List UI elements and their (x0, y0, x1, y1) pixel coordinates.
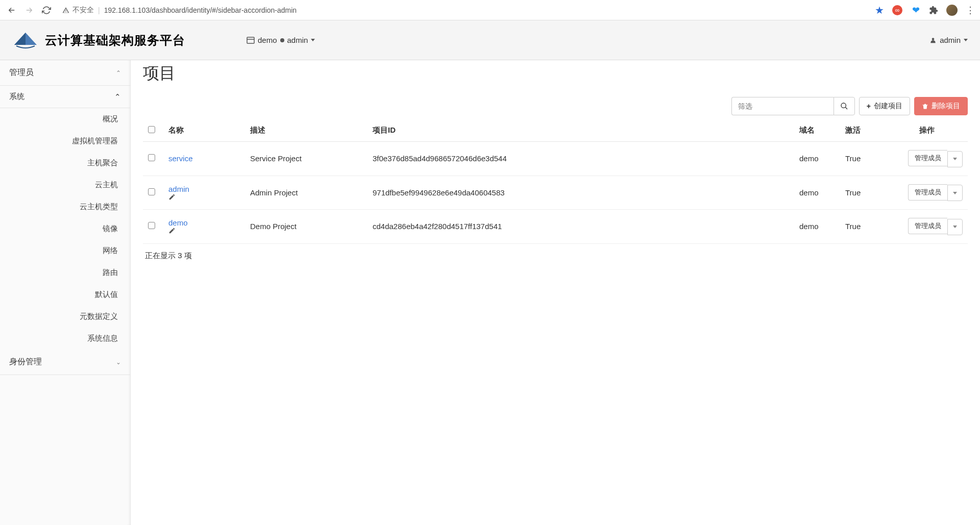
sidebar-section-system[interactable]: 系统 ⌃ (0, 86, 130, 108)
cell-active: True (840, 142, 886, 176)
forward-button[interactable] (23, 5, 35, 16)
sidebar-item[interactable]: 主机聚合 (0, 152, 130, 174)
plus-icon: + (867, 102, 871, 110)
caret-down-icon (953, 226, 957, 228)
chevron-up-icon: ⌃ (114, 92, 121, 102)
sidebar-system-label: 系统 (9, 92, 24, 102)
sidebar-identity-label: 身份管理 (9, 357, 42, 367)
user-icon (929, 37, 937, 44)
sidebar: 管理员 ⌃ 系统 ⌃ 概况虚拟机管理器主机聚合云主机云主机类型镜像网络路由默认值… (0, 60, 131, 525)
user-menu[interactable]: admin (929, 36, 968, 44)
sidebar-item[interactable]: 网络 (0, 240, 130, 262)
main-content: 项目 + 创建项目 删除项目 名称 描述 (131, 60, 980, 525)
row-actions-dropdown[interactable] (947, 151, 963, 167)
logo[interactable]: 云计算基础架构服务平台 (12, 30, 185, 51)
row-checkbox[interactable] (148, 222, 155, 229)
sidebar-section-admin[interactable]: 管理员 ⌃ (0, 60, 130, 86)
svg-point-3 (841, 103, 846, 108)
edit-icon[interactable] (168, 193, 240, 201)
trash-icon (922, 103, 928, 110)
cell-domain: demo (794, 210, 840, 244)
project-icon (247, 37, 255, 44)
extensions-icon[interactable] (929, 6, 938, 15)
create-project-button[interactable]: + 创建项目 (859, 97, 910, 115)
row-actions-dropdown[interactable] (947, 185, 963, 201)
row-actions-dropdown[interactable] (947, 219, 963, 235)
extension-icon-2[interactable]: ❤ (911, 5, 921, 15)
reload-button[interactable] (41, 5, 52, 16)
chevron-up-icon: ⌃ (116, 69, 121, 77)
manage-members-button[interactable]: 管理成员 (908, 150, 947, 166)
sidebar-item[interactable]: 云主机类型 (0, 196, 130, 218)
delete-project-button[interactable]: 删除项目 (914, 97, 968, 115)
sidebar-item[interactable]: 默认值 (0, 284, 130, 306)
delete-label: 删除项目 (932, 102, 960, 111)
extension-icon-1[interactable]: ∞ (892, 5, 902, 15)
app-header: 云计算基础架构服务平台 demo admin admin (0, 20, 980, 60)
col-active[interactable]: 激活 (840, 119, 886, 142)
svg-line-4 (845, 107, 847, 109)
context-project: demo (258, 36, 277, 44)
address-bar[interactable]: 不安全 | 192.168.1.103/dashboard/identity/#… (58, 6, 869, 15)
table-row: admin Admin Project971dfbe5ef9949628e6e4… (143, 176, 968, 210)
filter-input[interactable] (731, 97, 834, 115)
separator-dot (280, 38, 284, 42)
col-domain[interactable]: 域名 (794, 119, 840, 142)
sidebar-section-identity[interactable]: 身份管理 ⌄ (0, 349, 130, 375)
sidebar-item[interactable]: 云主机 (0, 174, 130, 196)
back-button[interactable] (6, 5, 17, 16)
col-desc[interactable]: 描述 (245, 119, 368, 142)
context-switcher[interactable]: demo admin (247, 36, 315, 44)
sidebar-item[interactable]: 系统信息 (0, 328, 130, 349)
row-checkbox[interactable] (148, 188, 155, 195)
col-id[interactable]: 项目ID (368, 119, 794, 142)
project-name-link[interactable]: admin (168, 185, 189, 193)
table-row: demo Demo Projectcd4da286eb4a42f280d4517… (143, 210, 968, 244)
table-row: service Service Project3f0e376d85ad4d968… (143, 142, 968, 176)
row-checkbox[interactable] (148, 154, 155, 161)
cell-id: cd4da286eb4a42f280d4517ff137d541 (368, 210, 794, 244)
svg-point-2 (932, 38, 935, 40)
select-all-checkbox[interactable] (148, 126, 155, 133)
caret-down-icon (964, 39, 968, 41)
cell-domain: demo (794, 142, 840, 176)
sidebar-item[interactable]: 路由 (0, 262, 130, 284)
cell-active: True (840, 210, 886, 244)
col-actions: 操作 (886, 119, 968, 142)
cell-desc: Admin Project (245, 176, 368, 210)
url-text: 192.168.1.103/dashboard/identity/#/sideb… (104, 6, 297, 14)
sidebar-item[interactable]: 元数据定义 (0, 306, 130, 328)
logo-icon (12, 30, 39, 51)
cell-desc: Demo Project (245, 210, 368, 244)
search-icon (840, 102, 848, 110)
profile-avatar[interactable] (946, 5, 958, 16)
create-label: 创建项目 (874, 102, 902, 111)
edit-icon[interactable] (168, 227, 240, 234)
caret-down-icon (953, 158, 957, 160)
chevron-down-icon: ⌄ (116, 359, 121, 366)
cell-id: 3f0e376d85ad4d9686572046d6e3d544 (368, 142, 794, 176)
project-name-link[interactable]: demo (168, 218, 188, 227)
cell-id: 971dfbe5ef9949628e6e49da40604583 (368, 176, 794, 210)
bookmark-star-icon[interactable]: ★ (875, 4, 884, 16)
page-title: 项目 (143, 60, 968, 97)
sidebar-item[interactable]: 概况 (0, 108, 130, 130)
table-footer: 正在显示 3 项 (143, 244, 968, 268)
sidebar-item[interactable]: 虚拟机管理器 (0, 130, 130, 152)
manage-members-button[interactable]: 管理成员 (908, 184, 947, 201)
cell-active: True (840, 176, 886, 210)
project-name-link[interactable]: service (168, 154, 193, 163)
svg-rect-0 (247, 37, 254, 43)
cell-domain: demo (794, 176, 840, 210)
context-domain: admin (287, 36, 308, 44)
col-name[interactable]: 名称 (163, 119, 245, 142)
browser-toolbar: 不安全 | 192.168.1.103/dashboard/identity/#… (0, 0, 980, 20)
browser-menu-icon[interactable]: ⋮ (966, 5, 974, 16)
sidebar-item[interactable]: 镜像 (0, 218, 130, 240)
brand-text: 云计算基础架构服务平台 (45, 32, 185, 48)
cell-desc: Service Project (245, 142, 368, 176)
filter-button[interactable] (834, 97, 855, 115)
manage-members-button[interactable]: 管理成员 (908, 218, 947, 234)
sidebar-admin-label: 管理员 (9, 67, 34, 78)
projects-table: 名称 描述 项目ID 域名 激活 操作 service Service Proj… (143, 119, 968, 244)
